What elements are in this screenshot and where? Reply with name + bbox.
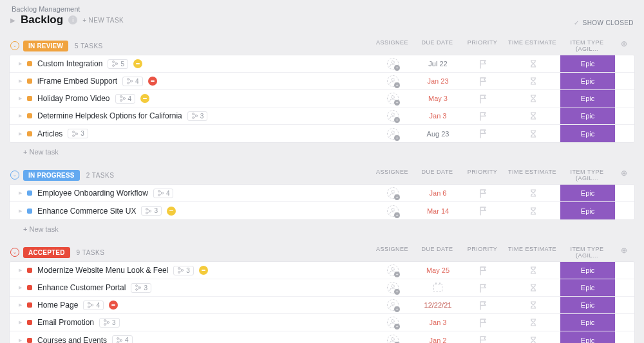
- col-due-date[interactable]: DUE DATE: [415, 169, 460, 181]
- subtask-count[interactable]: 4: [122, 77, 143, 86]
- expand-icon[interactable]: ▶: [19, 320, 22, 325]
- assignee-cell[interactable]: +: [370, 107, 415, 124]
- status-square[interactable]: [27, 285, 32, 290]
- col-assignee[interactable]: ASSIGNEE: [370, 246, 415, 259]
- col-priority[interactable]: PRIORITY: [460, 246, 505, 259]
- item-type-cell[interactable]: Epic: [560, 331, 615, 343]
- new-task-row[interactable]: + New task: [9, 143, 635, 157]
- subtask-count[interactable]: 3: [141, 206, 162, 216]
- status-square[interactable]: [27, 302, 32, 308]
- status-square[interactable]: [27, 61, 32, 66]
- col-due-date[interactable]: DUE DATE: [415, 39, 460, 52]
- time-estimate-cell[interactable]: [506, 55, 560, 72]
- item-type-cell[interactable]: Epic: [560, 314, 615, 331]
- assignee-cell[interactable]: +: [370, 331, 415, 343]
- task-row[interactable]: ▶ Custom Integration 5 + Jul 22 Epic: [10, 55, 634, 73]
- col-priority[interactable]: PRIORITY: [460, 169, 505, 181]
- time-estimate-cell[interactable]: [506, 279, 560, 296]
- col-assignee[interactable]: ASSIGNEE: [370, 169, 415, 181]
- task-name[interactable]: Determine Helpdesk Options for Californi…: [37, 111, 182, 120]
- task-name[interactable]: Home Page: [37, 301, 78, 310]
- time-estimate-cell[interactable]: [506, 125, 560, 142]
- priority-cell[interactable]: [460, 314, 506, 331]
- status-dot-red[interactable]: [109, 301, 118, 310]
- expand-icon[interactable]: ▶: [19, 302, 22, 308]
- priority-cell[interactable]: [460, 125, 506, 142]
- task-name[interactable]: iFrame Embed Support: [37, 77, 117, 86]
- time-estimate-cell[interactable]: [506, 202, 560, 219]
- col-due-date[interactable]: DUE DATE: [415, 246, 460, 259]
- task-row[interactable]: ▶ Enhance Customer Portal 3 + Epic: [10, 279, 634, 297]
- task-row[interactable]: ▶ Holiday Promo Video 4 + May 3 Epic: [10, 90, 634, 107]
- due-date[interactable]: Jan 23: [427, 77, 448, 85]
- time-estimate-cell[interactable]: [506, 297, 560, 313]
- collapse-icon[interactable]: ⌄: [10, 41, 19, 50]
- col-assignee[interactable]: ASSIGNEE: [370, 39, 415, 52]
- due-date[interactable]: 12/22/21: [424, 301, 452, 309]
- status-square[interactable]: [27, 320, 32, 325]
- due-date[interactable]: May 3: [428, 95, 448, 102]
- col-item-type[interactable]: ITEM TYPE (AGIL...: [560, 169, 614, 181]
- due-date[interactable]: May 25: [426, 266, 450, 274]
- breadcrumb[interactable]: Backlog Management: [10, 5, 124, 13]
- status-dot-yellow[interactable]: [167, 207, 176, 216]
- item-type-cell[interactable]: Epic: [560, 107, 615, 124]
- status-square[interactable]: [27, 131, 32, 136]
- time-estimate-cell[interactable]: [506, 90, 560, 107]
- item-type-cell[interactable]: Epic: [560, 73, 615, 89]
- new-task-button[interactable]: + NEW TASK: [82, 17, 124, 24]
- task-name[interactable]: Articles: [37, 129, 62, 138]
- status-square[interactable]: [27, 209, 32, 214]
- expand-icon[interactable]: ▶: [19, 61, 22, 66]
- assignee-cell[interactable]: +: [370, 314, 415, 331]
- status-pill[interactable]: ACCEPTED: [23, 247, 70, 258]
- task-name[interactable]: Enhance Commerce Site UX: [37, 207, 136, 216]
- status-dot-yellow[interactable]: [133, 59, 142, 68]
- expand-icon[interactable]: ▶: [19, 190, 22, 196]
- due-date-cell[interactable]: Jan 23: [415, 73, 460, 89]
- task-row[interactable]: ▶ Home Page 4 + 12/22/21 Epic: [10, 297, 634, 314]
- item-type-cell[interactable]: Epic: [560, 202, 615, 219]
- chevron-right-icon[interactable]: ▶: [10, 17, 15, 24]
- status-square[interactable]: [27, 79, 32, 84]
- collapse-icon[interactable]: ⌄: [10, 171, 19, 180]
- subtask-count[interactable]: 4: [115, 94, 136, 104]
- expand-icon[interactable]: ▶: [19, 113, 22, 118]
- item-type-cell[interactable]: Epic: [560, 125, 615, 142]
- assignee-cell[interactable]: +: [370, 90, 415, 107]
- col-time-estimate[interactable]: TIME ESTIMATE: [505, 246, 560, 259]
- status-dot-yellow[interactable]: [140, 94, 149, 103]
- priority-cell[interactable]: [460, 297, 506, 313]
- collapse-icon[interactable]: ⌄: [10, 248, 19, 257]
- due-date-cell[interactable]: Jan 2: [415, 331, 460, 343]
- subtask-count[interactable]: 3: [99, 318, 120, 328]
- priority-cell[interactable]: [460, 185, 506, 201]
- task-name[interactable]: Enhance Customer Portal: [37, 283, 126, 292]
- due-date[interactable]: Jan 6: [430, 189, 447, 197]
- assignee-cell[interactable]: +: [370, 279, 415, 296]
- status-pill[interactable]: IN REVIEW: [23, 41, 68, 51]
- task-name[interactable]: Employee Onboarding Workflow: [37, 189, 148, 198]
- item-type-cell[interactable]: Epic: [560, 90, 615, 107]
- task-name[interactable]: Courses and Events: [37, 336, 107, 344]
- assignee-cell[interactable]: +: [370, 125, 415, 142]
- due-date-cell[interactable]: Jan 3: [415, 107, 460, 124]
- task-name[interactable]: Holiday Promo Video: [37, 94, 110, 103]
- due-date-cell[interactable]: May 25: [415, 262, 460, 279]
- status-square[interactable]: [27, 113, 32, 118]
- task-name[interactable]: Modernize Website Menu Look & Feel: [37, 266, 168, 275]
- assignee-cell[interactable]: +: [370, 73, 415, 89]
- subtask-count[interactable]: 4: [83, 301, 104, 310]
- due-date-cell[interactable]: Mar 14: [415, 202, 460, 219]
- due-date[interactable]: Jan 3: [430, 112, 447, 120]
- assignee-cell[interactable]: +: [370, 185, 415, 201]
- col-item-type[interactable]: ITEM TYPE (AGIL...: [560, 246, 614, 259]
- col-time-estimate[interactable]: TIME ESTIMATE: [505, 169, 560, 181]
- subtask-count[interactable]: 3: [131, 283, 151, 293]
- status-square[interactable]: [27, 268, 32, 273]
- due-date-cell[interactable]: Aug 23: [415, 125, 460, 142]
- status-square[interactable]: [27, 96, 32, 101]
- task-row[interactable]: ▶ Modernize Website Menu Look & Feel 3 +…: [10, 262, 634, 279]
- task-row[interactable]: ▶ Email Promotion 3 + Jan 3 Epic: [10, 314, 634, 331]
- priority-cell[interactable]: [460, 55, 506, 72]
